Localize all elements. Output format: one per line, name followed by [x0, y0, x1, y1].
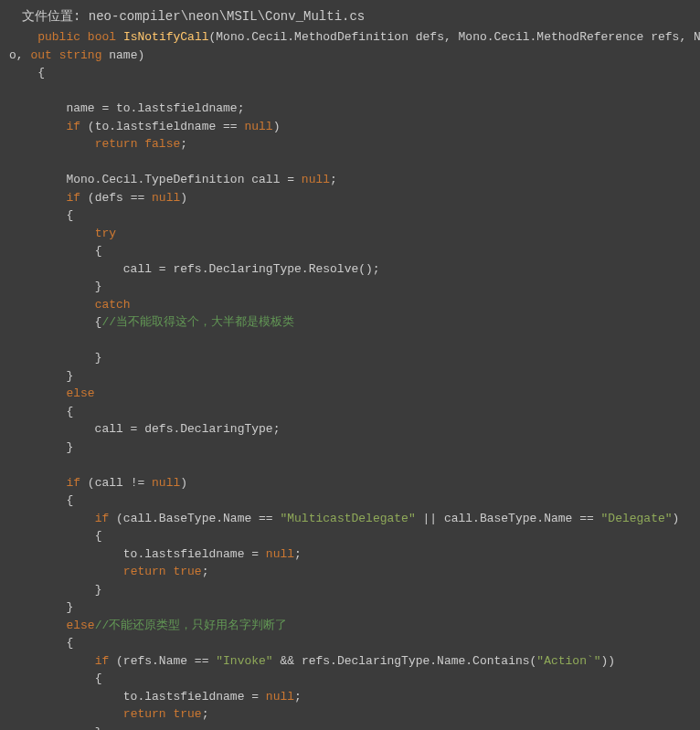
kw-catch: catch	[95, 298, 131, 312]
kw-false: false	[144, 137, 180, 151]
code-line: Mono.Cecil.TypeDefinition call =	[9, 173, 302, 186]
brace-open: {	[95, 529, 102, 543]
kw-null: null	[244, 120, 272, 133]
kw-return: return	[95, 137, 138, 151]
kw-return: return	[123, 707, 166, 721]
semicolon: ;	[330, 173, 337, 186]
kw-if: if	[66, 120, 80, 133]
close-paren: )	[180, 191, 187, 205]
sig-part2: o,	[9, 48, 30, 62]
brace-open: {	[95, 672, 102, 685]
kw-null: null	[152, 191, 180, 205]
code-line	[9, 137, 95, 151]
kw-null: null	[266, 690, 294, 704]
code-line	[9, 565, 123, 578]
code-line: call = defs.DeclaringType;	[9, 422, 280, 436]
code-line: call = refs.DeclaringType.Resolve();	[9, 262, 380, 276]
file-path-value: neo-compiler\neon\MSIL\Conv_Multi.cs	[89, 9, 365, 24]
semicolon: ;	[202, 565, 209, 578]
code-line: to.lastsfieldname =	[9, 547, 266, 561]
code-line: name = to.lastsfieldname;	[9, 101, 244, 115]
code-line: {	[9, 315, 101, 329]
brace-open: {	[66, 636, 73, 650]
code-line: || call.BaseType.Name ==	[416, 512, 601, 525]
kw-if: if	[95, 512, 110, 525]
kw-return: return	[123, 565, 166, 578]
brace-close: }	[66, 440, 73, 454]
semicolon: ;	[294, 690, 302, 704]
brace-close: }	[95, 583, 102, 597]
string-literal: "Delegate"	[601, 512, 673, 525]
close-paren: )	[673, 512, 680, 525]
brace-open: {	[66, 405, 73, 418]
comment-line: //当不能取得这个，大半都是模板类	[101, 315, 294, 329]
kw-true: true	[173, 565, 201, 578]
brace-open: {	[95, 244, 102, 258]
semicolon: ;	[180, 137, 187, 151]
semicolon: ;	[294, 547, 302, 561]
brace-close: }	[95, 280, 102, 293]
kw-else: else	[66, 386, 94, 400]
kw-string: string	[59, 48, 102, 62]
code-line	[9, 707, 123, 721]
string-literal: "Action`"	[536, 654, 600, 668]
code-line: (to.lastsfieldname ==	[80, 120, 244, 133]
semicolon: ;	[202, 707, 209, 721]
file-path-label: 文件位置:	[22, 9, 80, 24]
code-line: (defs ==	[80, 191, 152, 205]
brace-close: }	[95, 725, 102, 731]
brace-close: }	[66, 600, 73, 614]
kw-if: if	[66, 191, 80, 205]
sig-part3: name)	[101, 48, 144, 62]
kw-try: try	[95, 227, 116, 240]
code-line: (call.BaseType.Name ==	[109, 512, 280, 525]
code-line: (refs.Name ==	[109, 654, 216, 668]
code-block: public bool IsNotifyCall(Mono.Cecil.Meth…	[9, 28, 691, 730]
string-literal: "MulticastDelegate"	[280, 512, 415, 525]
kw-null: null	[266, 547, 294, 561]
brace-open: {	[37, 66, 45, 79]
brace-open: {	[66, 493, 73, 507]
kw-bool: bool	[88, 30, 116, 44]
brace-open: {	[66, 208, 73, 222]
kw-if: if	[66, 476, 80, 490]
kw-if: if	[95, 654, 110, 668]
function-name: IsNotifyCall	[123, 30, 209, 44]
kw-null: null	[152, 476, 180, 490]
code-line: (call !=	[80, 476, 152, 490]
code-line: && refs.DeclaringType.Name.Contains(	[273, 654, 537, 668]
sig-part1: (Mono.Cecil.MethodDefinition defs, Mono.…	[209, 30, 701, 44]
close-paren: )	[273, 120, 281, 133]
code-line: to.lastsfieldname =	[9, 690, 266, 704]
kw-true: true	[173, 707, 201, 721]
brace-close: }	[95, 351, 102, 365]
string-literal: "Invoke"	[216, 654, 272, 668]
kw-out: out	[30, 48, 51, 62]
code-line: ))	[601, 654, 616, 668]
close-paren: )	[180, 476, 187, 490]
kw-else: else	[66, 619, 94, 632]
file-path-header: 文件位置: neo-compiler\neon\MSIL\Conv_Multi.…	[9, 7, 691, 26]
comment-line: //不能还原类型，只好用名字判断了	[95, 619, 288, 632]
kw-null: null	[302, 173, 330, 186]
kw-public: public	[37, 30, 80, 44]
brace-close: }	[66, 369, 73, 383]
